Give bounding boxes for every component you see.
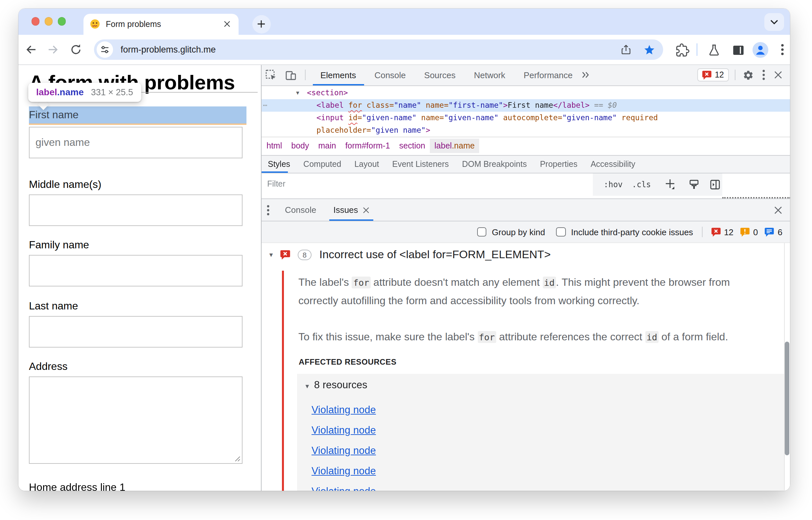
last-name-input[interactable]: [29, 316, 242, 347]
elements-tree: ▼ <section> ⋯ <label for class="name" na…: [261, 86, 790, 136]
first-name-input[interactable]: [29, 127, 242, 158]
breadcrumb-bar: html body main form#form-1 section label…: [261, 136, 790, 155]
tree-row-label-selected[interactable]: ⋯ <label for class="name" name="first-na…: [261, 99, 790, 112]
devtools-menu-icon[interactable]: [762, 70, 765, 80]
devtools-tab-performance[interactable]: Performance: [515, 65, 582, 85]
first-name-label: First name: [29, 109, 79, 120]
styles-filter-row: Filter :hov .cls: [261, 174, 790, 196]
computed-sidebar-toggle-icon[interactable]: [709, 179, 720, 190]
breadcrumb-form[interactable]: form#form-1: [341, 139, 395, 153]
breadcrumb-section[interactable]: section: [395, 139, 430, 153]
profile-avatar[interactable]: [752, 42, 768, 57]
textarea-resize-handle[interactable]: [234, 456, 240, 462]
traffic-light-zoom[interactable]: [57, 17, 66, 25]
tab-strip: Form problems: [18, 8, 790, 34]
tab-styles[interactable]: Styles: [261, 156, 297, 173]
devtools-tab-console[interactable]: Console: [365, 65, 415, 85]
home-address-label: Home address line 1: [29, 478, 126, 490]
devtools-tab-sources[interactable]: Sources: [415, 65, 465, 85]
drawer-tab-issues[interactable]: Issues: [329, 199, 373, 221]
tooltip-selector-class: .name: [57, 87, 84, 97]
breadcrumb-main[interactable]: main: [313, 139, 340, 153]
browser-menu-icon[interactable]: [775, 42, 789, 56]
issues-counter-badge[interactable]: 12: [697, 69, 729, 82]
error-count: 12: [715, 71, 724, 80]
experiments-flask-icon[interactable]: [707, 43, 721, 57]
include-cookies-checkbox[interactable]: [556, 227, 566, 237]
side-panel-icon[interactable]: [731, 43, 745, 57]
tab-layout[interactable]: Layout: [348, 156, 385, 173]
address-textarea[interactable]: [29, 376, 242, 464]
devtools-settings-gear-icon[interactable]: [742, 70, 754, 81]
violating-node-link[interactable]: Violating node: [311, 404, 376, 416]
cls-toggle[interactable]: .cls: [632, 180, 651, 189]
devtools-tab-network[interactable]: Network: [465, 65, 514, 85]
site-settings-icon[interactable]: [96, 42, 113, 58]
traffic-light-close[interactable]: [31, 17, 40, 25]
scrollbar-thumb[interactable]: [785, 342, 789, 455]
tab-event-listeners[interactable]: Event Listeners: [386, 156, 455, 173]
issues-scrollbar[interactable]: [784, 243, 790, 490]
issue-header[interactable]: ▼ 8 Incorrect use of <label for=FORM_ELE…: [261, 248, 551, 262]
issue-count-badge: 8: [298, 250, 311, 260]
resources-summary[interactable]: ▼8 resources: [304, 379, 367, 391]
hov-toggle[interactable]: :hov: [604, 180, 623, 189]
drawer-tab-bar: Console Issues: [261, 199, 790, 222]
close-drawer-icon[interactable]: [774, 206, 782, 214]
tab-properties[interactable]: Properties: [533, 156, 584, 173]
tree-row-section[interactable]: ▼ <section>: [261, 87, 790, 99]
drawer-tab-console[interactable]: Console: [281, 199, 320, 221]
close-issues-tab-icon[interactable]: [363, 207, 370, 213]
tab-dom-breakpoints[interactable]: DOM Breakpoints: [455, 156, 533, 173]
violating-node-link[interactable]: Violating node: [311, 486, 376, 490]
tree-row-input[interactable]: <input id="given-name" name="given-name"…: [261, 112, 790, 124]
tree-row-input-wrap[interactable]: placeholder="given name">: [261, 124, 790, 137]
tab-search-chevron-button[interactable]: [764, 13, 784, 30]
violating-node-link[interactable]: Violating node: [311, 445, 376, 457]
devtools-panel: Elements Console Sources Network Perform…: [260, 65, 790, 490]
drawer-menu-icon[interactable]: [267, 205, 269, 215]
rendering-emulation-icon[interactable]: [688, 179, 699, 190]
breadcrumb-label-name[interactable]: label.name: [430, 139, 479, 153]
browser-toolbar: form-problems.glitch.me: [18, 34, 790, 65]
address-bar[interactable]: form-problems.glitch.me: [94, 40, 663, 60]
devtools-toolbar: Elements Console Sources Network Perform…: [261, 65, 790, 86]
devtools-close-icon[interactable]: [774, 71, 782, 79]
traffic-light-minimize[interactable]: [44, 17, 53, 25]
errors-count: 12: [724, 227, 733, 237]
issues-content: ▼ 8 Incorrect use of <label for=FORM_ELE…: [261, 243, 790, 490]
toolbar-divider: [696, 43, 697, 55]
breadcrumb-body[interactable]: body: [286, 139, 313, 153]
styles-pane-corner: [722, 174, 790, 199]
inspect-element-icon[interactable]: [265, 70, 276, 81]
device-toolbar-icon[interactable]: [285, 70, 296, 81]
new-style-rule-icon[interactable]: [665, 179, 675, 190]
violating-node-link[interactable]: Violating node: [311, 465, 376, 477]
share-icon[interactable]: [620, 44, 631, 55]
extensions-icon[interactable]: [675, 43, 689, 57]
browser-tab[interactable]: Form problems: [83, 14, 238, 34]
tab-accessibility[interactable]: Accessibility: [584, 156, 642, 173]
reload-button[interactable]: [69, 42, 82, 56]
devtools-tab-elements[interactable]: Elements: [311, 65, 365, 85]
include-cookies-label: Include third-party cookie issues: [571, 227, 693, 237]
violating-node-link[interactable]: Violating node: [311, 424, 376, 436]
issue-severity-line: [282, 271, 284, 490]
tab-close-icon[interactable]: [222, 19, 232, 29]
group-by-kind-label: Group by kind: [492, 227, 545, 237]
back-button[interactable]: [24, 42, 38, 56]
styles-filter-input[interactable]: Filter: [261, 174, 593, 196]
new-tab-button[interactable]: [252, 15, 271, 33]
screenshot-stage: Form problems: [0, 0, 812, 520]
breadcrumb-html[interactable]: html: [262, 139, 286, 153]
inspected-label-highlight: First name: [29, 106, 247, 123]
middle-name-input[interactable]: [29, 194, 242, 226]
tab-favicon-emoji: [90, 19, 100, 29]
tab-computed[interactable]: Computed: [297, 156, 348, 173]
forward-button[interactable]: [46, 42, 59, 56]
error-bubble-icon: [702, 70, 711, 80]
bookmark-star-icon[interactable]: [643, 44, 655, 55]
group-by-kind-checkbox[interactable]: [477, 227, 487, 237]
family-name-input[interactable]: [29, 255, 242, 287]
more-tabs-icon[interactable]: [582, 72, 589, 79]
